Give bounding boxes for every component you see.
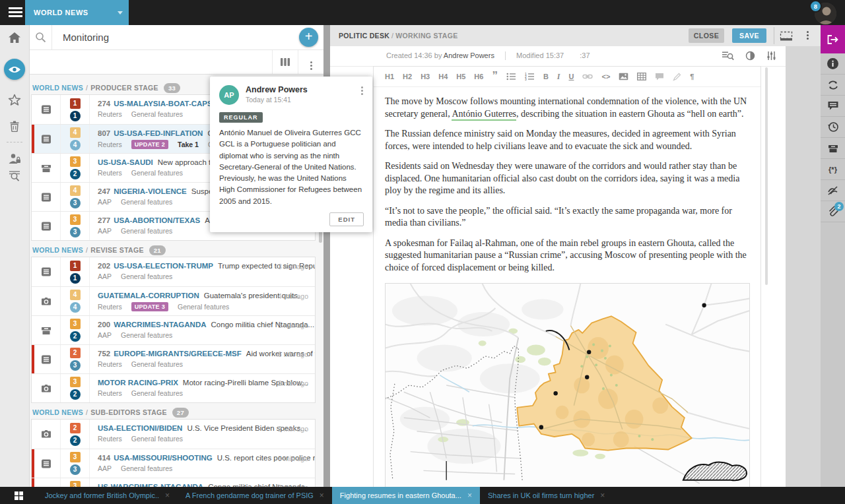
more-options-icon[interactable] bbox=[807, 31, 809, 33]
more-options-icon[interactable] bbox=[298, 50, 323, 74]
contrast-icon[interactable] bbox=[745, 51, 755, 61]
priority-badge[interactable]: 2 bbox=[70, 348, 81, 358]
archive-icon[interactable] bbox=[821, 138, 845, 159]
opened-article-tab-active[interactable]: Fighting resumes in eastern Ghouta...× bbox=[332, 487, 480, 504]
minimize-icon[interactable] bbox=[780, 31, 793, 41]
list-item[interactable]: 23 752EUROPE-MIGRANTS/GREECE-MSFAid work… bbox=[32, 344, 315, 373]
hamburger-menu-icon[interactable] bbox=[9, 7, 22, 9]
slugline[interactable]: WARCRIMES-NTAGANDA bbox=[114, 321, 206, 329]
editor-scrollbar[interactable] bbox=[765, 67, 768, 285]
close-icon[interactable]: × bbox=[600, 491, 605, 500]
urgency-badge[interactable]: 3 bbox=[70, 360, 81, 371]
apps-grid-icon[interactable] bbox=[0, 487, 37, 504]
slugline[interactable]: USA-ELECTIONI/BIDEN bbox=[98, 424, 182, 432]
grid-view-icon[interactable] bbox=[272, 50, 298, 74]
star-icon[interactable] bbox=[0, 94, 29, 106]
list-item[interactable]: 33 414USA-MISSOURI/SHOOTINGU.S. report c… bbox=[32, 449, 315, 478]
versions-icon[interactable] bbox=[821, 75, 845, 96]
close-icon[interactable]: × bbox=[467, 491, 472, 500]
popup-more-icon[interactable] bbox=[361, 86, 363, 88]
notification-badge[interactable]: 8 bbox=[809, 0, 822, 13]
list-item[interactable]: 32 US-WARCRIMES-NTAGANDACongo militia ch… bbox=[32, 478, 315, 487]
blockquote-button[interactable]: ” bbox=[492, 73, 498, 80]
list-item[interactable]: 44 GUATEMALA-CORRUPTIONGuatemala's presi… bbox=[32, 286, 315, 315]
opened-article-tab[interactable]: Jockey and former British Olympic..× bbox=[37, 487, 178, 504]
table-button[interactable] bbox=[637, 73, 646, 80]
h6-button[interactable]: H6 bbox=[474, 73, 483, 80]
slugline[interactable]: US-USA-SAUDI bbox=[98, 158, 153, 166]
unordered-list-button[interactable] bbox=[506, 73, 516, 80]
article-body[interactable]: The move by Moscow follows mounting inte… bbox=[374, 87, 760, 487]
monitoring-eye-icon[interactable] bbox=[4, 59, 25, 80]
annotated-text[interactable]: António Guterres bbox=[452, 109, 516, 121]
ordered-list-button[interactable]: 123 bbox=[525, 73, 535, 80]
priority-badge[interactable]: 4 bbox=[70, 185, 81, 196]
edit-button[interactable]: EDIT bbox=[329, 212, 364, 226]
editor-settings-icon[interactable] bbox=[766, 51, 776, 61]
history-icon[interactable] bbox=[821, 117, 845, 138]
comments-icon[interactable] bbox=[821, 96, 845, 117]
h2-button[interactable]: H2 bbox=[403, 73, 412, 80]
urgency-badge[interactable]: 4 bbox=[70, 140, 81, 150]
slugline[interactable]: EUROPE-MIGRANTS/GREECE-MSF bbox=[114, 350, 242, 358]
opened-article-tab[interactable]: Shares in UK oil firms turn higher× bbox=[480, 487, 613, 504]
slugline[interactable]: USA-MISSOURI/SHOOTING bbox=[114, 454, 213, 462]
priority-badge[interactable]: 3 bbox=[70, 452, 81, 462]
slugline[interactable]: GUATEMALA-CORRUPTION bbox=[98, 292, 199, 299]
urgency-badge[interactable]: 3 bbox=[70, 198, 81, 208]
h5-button[interactable]: H5 bbox=[456, 73, 465, 80]
slugline[interactable]: US-USA-FED-INFLATION bbox=[114, 129, 203, 137]
priority-badge[interactable]: 3 bbox=[70, 481, 81, 487]
urgency-badge[interactable]: 3 bbox=[70, 464, 81, 475]
priority-badge[interactable]: 3 bbox=[70, 377, 81, 387]
list-item[interactable]: 11 202US-USA-ELECTION-TRUMPTrump expecte… bbox=[32, 257, 315, 286]
search-icon[interactable] bbox=[30, 25, 52, 49]
priority-badge[interactable]: 3 bbox=[70, 214, 81, 225]
priority-badge[interactable]: 2 bbox=[70, 423, 81, 433]
workspace-selector[interactable]: WORLD NEWS bbox=[25, 0, 129, 25]
priority-badge[interactable]: 4 bbox=[70, 290, 81, 300]
priority-badge[interactable]: 1 bbox=[70, 261, 81, 271]
code-button[interactable]: <> bbox=[601, 73, 610, 80]
link-button[interactable] bbox=[582, 73, 593, 80]
home-icon[interactable] bbox=[0, 32, 29, 44]
urgency-badge[interactable]: 4 bbox=[70, 302, 81, 313]
urgency-badge[interactable]: 2 bbox=[70, 435, 81, 446]
priority-badge[interactable]: 3 bbox=[70, 319, 81, 329]
urgency-badge[interactable]: 1 bbox=[70, 273, 81, 284]
slugline[interactable]: USA-ABORTION/TEXAS bbox=[114, 216, 200, 224]
underline-button[interactable]: U bbox=[569, 73, 574, 80]
h4-button[interactable]: H4 bbox=[438, 73, 448, 80]
urgency-badge[interactable]: 2 bbox=[70, 169, 81, 179]
comment-button[interactable] bbox=[655, 73, 664, 80]
urgency-badge[interactable]: 3 bbox=[70, 227, 81, 237]
slugline[interactable]: MOTOR RACING-PRIX bbox=[98, 379, 178, 387]
list-item[interactable]: 32 200WARCRIMES-NTAGANDACongo militia ch… bbox=[32, 315, 315, 344]
close-icon[interactable]: × bbox=[320, 491, 324, 500]
urgency-badge[interactable]: 2 bbox=[70, 389, 81, 400]
trash-icon[interactable] bbox=[0, 120, 29, 132]
desk-link[interactable]: WORLD NEWS bbox=[32, 246, 83, 254]
map-figure[interactable] bbox=[385, 283, 750, 487]
desk-link[interactable]: WORLD NEWS bbox=[32, 84, 83, 92]
send-to-button[interactable] bbox=[821, 25, 845, 53]
attachments-icon[interactable]: 2 bbox=[821, 201, 845, 222]
bold-button[interactable]: B bbox=[543, 73, 549, 80]
global-search-icon[interactable] bbox=[0, 170, 29, 182]
priority-badge[interactable]: 3 bbox=[70, 156, 81, 167]
urgency-badge[interactable]: 1 bbox=[70, 111, 81, 121]
save-button[interactable]: SAVE bbox=[732, 28, 766, 43]
priority-badge[interactable]: 1 bbox=[70, 98, 81, 109]
h1-button[interactable]: H1 bbox=[385, 73, 394, 80]
italic-button[interactable]: I bbox=[557, 72, 560, 82]
find-replace-icon[interactable] bbox=[722, 51, 734, 61]
desk-link[interactable]: WORLD NEWS bbox=[32, 408, 83, 416]
monitoring-search-input[interactable]: Monitoring bbox=[63, 32, 109, 43]
slugline[interactable]: US-USA-ELECTION-TRUMP bbox=[114, 262, 213, 270]
opened-article-tab[interactable]: A French gendarme dog trainer of PSIG× bbox=[178, 487, 332, 504]
suggestions-off-icon[interactable] bbox=[821, 180, 845, 201]
urgency-badge[interactable]: 2 bbox=[70, 331, 81, 342]
h3-button[interactable]: H3 bbox=[421, 73, 430, 80]
list-item[interactable]: 22 USA-ELECTIONI/BIDENU.S. Vice Presiden… bbox=[32, 420, 315, 449]
close-button[interactable]: CLOSE bbox=[689, 28, 724, 43]
